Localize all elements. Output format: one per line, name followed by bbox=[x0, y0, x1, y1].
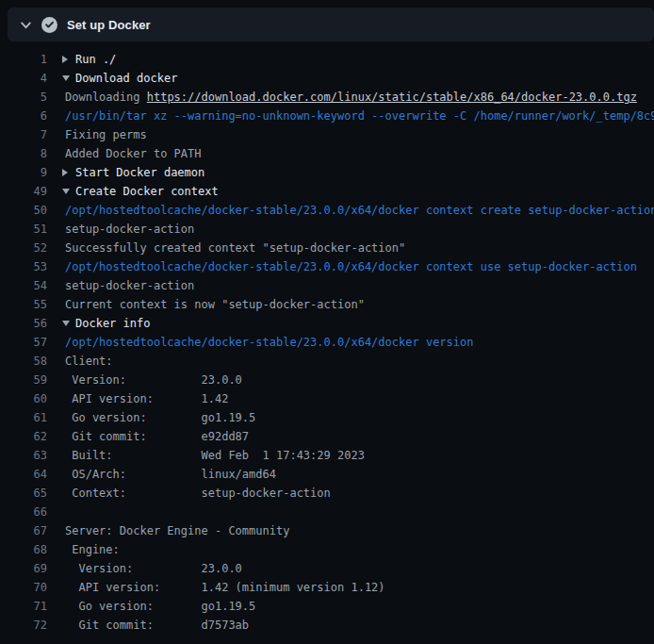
download-url-link[interactable]: https://download.docker.com/linux/static… bbox=[147, 91, 637, 104]
chevron-down-icon[interactable] bbox=[19, 18, 32, 31]
log-text: Version: 23.0.0 bbox=[65, 371, 654, 389]
log-row: 57/opt/hostedtoolcache/docker-stable/23.… bbox=[0, 333, 654, 352]
check-circle-icon bbox=[41, 17, 57, 33]
log-row: 58Client: bbox=[0, 352, 654, 371]
log-row: 6/usr/bin/tar xz --warning=no-unknown-ke… bbox=[0, 107, 654, 125]
line-number[interactable]: 56 bbox=[0, 314, 47, 333]
line-number[interactable]: 68 bbox=[0, 540, 47, 559]
log-row: 55Current context is now "setup-docker-a… bbox=[0, 295, 654, 314]
log-command-text: /opt/hostedtoolcache/docker-stable/23.0.… bbox=[65, 257, 654, 276]
log-row: 52Successfully created context "setup-do… bbox=[0, 239, 654, 257]
log-text: API version: 1.42 (minimum version 1.12) bbox=[65, 578, 654, 597]
log-text: Go version: go1.19.5 bbox=[65, 597, 654, 616]
line-number[interactable]: 5 bbox=[0, 88, 47, 107]
log-row: 69 Version: 23.0.0 bbox=[0, 559, 654, 578]
log-row: 9Start Docker daemon bbox=[0, 163, 654, 182]
log-row: 49Create Docker context bbox=[0, 182, 654, 201]
line-number[interactable]: 69 bbox=[0, 559, 47, 578]
group-title[interactable]: Docker info bbox=[75, 314, 654, 333]
group-title[interactable]: Download docker bbox=[75, 69, 654, 88]
group-title[interactable]: Start Docker daemon bbox=[75, 163, 654, 182]
log-text: Client: bbox=[65, 352, 654, 371]
line-number[interactable]: 67 bbox=[0, 521, 47, 540]
log-row: 60 API version: 1.42 bbox=[0, 389, 654, 408]
group-title[interactable]: Create Docker context bbox=[75, 182, 654, 201]
line-number[interactable]: 7 bbox=[0, 125, 47, 144]
log-text: Built: Wed Feb 1 17:43:29 2023 bbox=[65, 446, 654, 465]
log-text: Context: setup-docker-action bbox=[65, 484, 654, 503]
line-number[interactable]: 9 bbox=[0, 163, 47, 182]
log-text: Successfully created context "setup-dock… bbox=[65, 239, 654, 257]
log-row: 51setup-docker-action bbox=[0, 220, 654, 239]
log-row: 8Added Docker to PATH bbox=[0, 144, 654, 163]
log-text: Server: Docker Engine - Community bbox=[65, 521, 654, 540]
line-number[interactable]: 8 bbox=[0, 144, 47, 163]
line-number[interactable]: 66 bbox=[0, 503, 47, 521]
log-text: Fixing perms bbox=[65, 125, 654, 144]
group-toggle-collapsed-icon[interactable] bbox=[62, 56, 68, 63]
log-row: 62 Git commit: e92dd87 bbox=[0, 427, 654, 446]
line-number[interactable]: 70 bbox=[0, 578, 47, 597]
log-row: 56Docker info bbox=[0, 314, 654, 333]
line-number[interactable]: 49 bbox=[0, 182, 47, 201]
log-viewer: 1Run ./4Download docker5Downloading http… bbox=[0, 50, 654, 635]
log-row: 59 Version: 23.0.0 bbox=[0, 371, 654, 389]
line-number[interactable]: 54 bbox=[0, 276, 47, 295]
log-text: Git commit: e92dd87 bbox=[65, 427, 654, 446]
line-number[interactable]: 60 bbox=[0, 389, 47, 408]
line-number[interactable]: 4 bbox=[0, 69, 47, 88]
line-number[interactable]: 50 bbox=[0, 201, 47, 220]
log-row: 1Run ./ bbox=[0, 50, 654, 69]
log-text: API version: 1.42 bbox=[65, 389, 654, 408]
line-number[interactable]: 1 bbox=[0, 50, 47, 69]
log-row: 5Downloading https://download.docker.com… bbox=[0, 88, 654, 107]
log-command-text: /opt/hostedtoolcache/docker-stable/23.0.… bbox=[65, 333, 654, 352]
group-toggle-expanded-icon[interactable] bbox=[62, 321, 70, 326]
log-row: 70 API version: 1.42 (minimum version 1.… bbox=[0, 578, 654, 597]
log-text: Git commit: d7573ab bbox=[65, 616, 654, 635]
group-toggle-expanded-icon[interactable] bbox=[62, 75, 70, 81]
line-number[interactable]: 71 bbox=[0, 597, 47, 616]
log-row: 7Fixing perms bbox=[0, 125, 654, 144]
line-number[interactable]: 57 bbox=[0, 333, 47, 352]
line-number[interactable]: 65 bbox=[0, 484, 47, 503]
line-number[interactable]: 59 bbox=[0, 371, 47, 389]
line-number[interactable]: 64 bbox=[0, 465, 47, 484]
line-number[interactable]: 55 bbox=[0, 295, 47, 314]
line-number[interactable]: 6 bbox=[0, 107, 47, 125]
log-row: 4Download docker bbox=[0, 69, 654, 88]
log-text: Downloading https://download.docker.com/… bbox=[65, 88, 654, 107]
log-row: 65 Context: setup-docker-action bbox=[0, 484, 654, 503]
line-number[interactable]: 61 bbox=[0, 408, 47, 427]
log-row: 63 Built: Wed Feb 1 17:43:29 2023 bbox=[0, 446, 654, 465]
log-row: 61 Go version: go1.19.5 bbox=[0, 408, 654, 427]
log-text: OS/Arch: linux/amd64 bbox=[65, 465, 654, 484]
line-number[interactable]: 72 bbox=[0, 616, 47, 635]
log-row: 50/opt/hostedtoolcache/docker-stable/23.… bbox=[0, 201, 654, 220]
log-row: 72 Git commit: d7573ab bbox=[0, 616, 654, 635]
log-row: 54setup-docker-action bbox=[0, 276, 654, 295]
line-number[interactable]: 53 bbox=[0, 257, 47, 276]
line-number[interactable]: 52 bbox=[0, 239, 47, 257]
line-number[interactable]: 51 bbox=[0, 220, 47, 239]
line-number[interactable]: 63 bbox=[0, 446, 47, 465]
log-text: setup-docker-action bbox=[65, 220, 654, 239]
log-row: 53/opt/hostedtoolcache/docker-stable/23.… bbox=[0, 257, 654, 276]
log-text: setup-docker-action bbox=[65, 276, 654, 295]
step-header[interactable]: Set up Docker bbox=[8, 8, 654, 41]
log-command-text: /opt/hostedtoolcache/docker-stable/23.0.… bbox=[65, 201, 654, 220]
log-row: 71 Go version: go1.19.5 bbox=[0, 597, 654, 616]
group-toggle-expanded-icon[interactable] bbox=[62, 189, 70, 194]
step-title: Set up Docker bbox=[67, 18, 151, 32]
line-number[interactable]: 58 bbox=[0, 352, 47, 371]
line-number[interactable]: 62 bbox=[0, 427, 47, 446]
group-toggle-collapsed-icon[interactable] bbox=[62, 169, 68, 176]
group-title[interactable]: Run ./ bbox=[75, 50, 654, 69]
log-command-text: /usr/bin/tar xz --warning=no-unknown-key… bbox=[65, 107, 654, 125]
log-row: 68 Engine: bbox=[0, 540, 654, 559]
log-row: 66 bbox=[0, 503, 654, 521]
log-text: Version: 23.0.0 bbox=[65, 559, 654, 578]
log-row: 64 OS/Arch: linux/amd64 bbox=[0, 465, 654, 484]
log-text: Current context is now "setup-docker-act… bbox=[65, 295, 654, 314]
log-text: Engine: bbox=[65, 540, 654, 559]
